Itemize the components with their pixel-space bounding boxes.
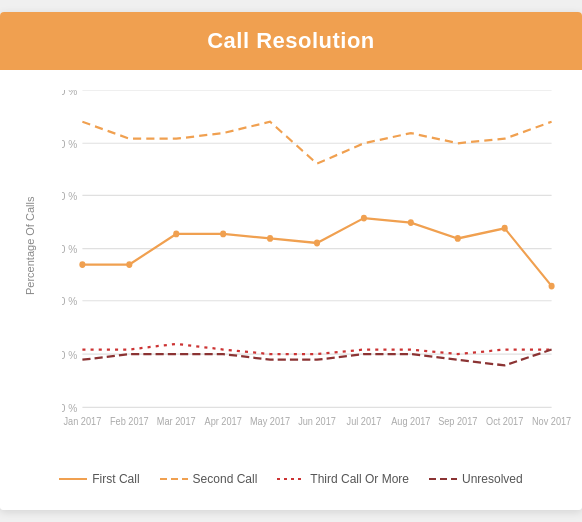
svg-text:Aug 2017: Aug 2017 [391, 416, 430, 428]
svg-text:0 %: 0 % [62, 401, 78, 414]
legend: First Call Second Call Third Call Or Mor… [10, 464, 572, 500]
svg-text:May 2017: May 2017 [250, 416, 290, 428]
svg-point-25 [79, 261, 85, 268]
legend-label-unresolved: Unresolved [462, 472, 523, 486]
svg-text:Jan 2017: Jan 2017 [64, 416, 102, 428]
svg-text:40 %: 40 % [62, 189, 78, 202]
svg-text:Nov 2017: Nov 2017 [532, 416, 571, 428]
svg-text:Oct 2017: Oct 2017 [486, 416, 523, 428]
chart-svg: 0 % 10 % 20 % 30 % 40 % 50 % 60 % Jan 20… [62, 90, 572, 430]
svg-point-33 [455, 235, 461, 242]
chart-area: Percentage Of Calls 0 % 10 % 20 % 30 % 4… [10, 90, 572, 460]
svg-point-31 [361, 215, 367, 222]
legend-line-unresolved [429, 477, 457, 481]
svg-point-28 [220, 231, 226, 238]
card-header: Call Resolution [0, 12, 582, 70]
svg-text:10 %: 10 % [62, 348, 78, 361]
svg-text:Jun 2017: Jun 2017 [298, 416, 336, 428]
first-call-line [82, 218, 551, 286]
legend-label-second-call: Second Call [193, 472, 258, 486]
svg-text:Sep 2017: Sep 2017 [438, 416, 477, 428]
svg-text:Apr 2017: Apr 2017 [205, 416, 242, 428]
third-call-line [82, 344, 551, 354]
legend-line-third-call [277, 477, 305, 481]
svg-point-35 [549, 283, 555, 290]
legend-item-third-call: Third Call Or More [277, 472, 409, 486]
legend-label-third-call: Third Call Or More [310, 472, 409, 486]
legend-line-first-call [59, 478, 87, 480]
svg-point-27 [173, 231, 179, 238]
card: Call Resolution Percentage Of Calls 0 % … [0, 12, 582, 510]
svg-text:30 %: 30 % [62, 243, 78, 256]
svg-point-29 [267, 235, 273, 242]
svg-text:60 %: 60 % [62, 90, 78, 97]
svg-text:20 %: 20 % [62, 295, 78, 308]
svg-text:Jul 2017: Jul 2017 [347, 416, 382, 428]
svg-text:50 %: 50 % [62, 137, 78, 150]
svg-point-30 [314, 240, 320, 247]
y-axis-label: Percentage Of Calls [24, 255, 36, 295]
legend-label-first-call: First Call [92, 472, 139, 486]
legend-item-second-call: Second Call [160, 472, 258, 486]
svg-text:Feb 2017: Feb 2017 [110, 416, 149, 428]
card-body: Percentage Of Calls 0 % 10 % 20 % 30 % 4… [0, 70, 582, 510]
svg-point-32 [408, 219, 414, 226]
svg-point-34 [502, 225, 508, 232]
legend-line-second-call [160, 477, 188, 481]
svg-text:Mar 2017: Mar 2017 [157, 416, 196, 428]
chart-title: Call Resolution [20, 28, 562, 54]
second-call-line [82, 122, 551, 164]
legend-item-unresolved: Unresolved [429, 472, 523, 486]
legend-item-first-call: First Call [59, 472, 139, 486]
svg-point-26 [126, 261, 132, 268]
